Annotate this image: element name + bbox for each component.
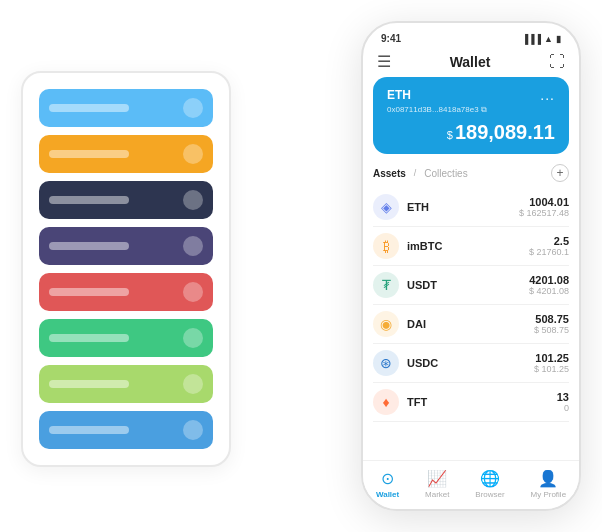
asset-row-tft[interactable]: ♦TFT130 bbox=[373, 383, 569, 422]
asset-amounts-tft: 130 bbox=[557, 391, 569, 413]
phone-content: ETH ... 0x08711d3B...8418a78e3 ⧉ $189,08… bbox=[363, 77, 579, 460]
asset-usd-amount: $ 21760.1 bbox=[529, 247, 569, 257]
battery-icon: ▮ bbox=[556, 34, 561, 44]
tab-slash: / bbox=[414, 168, 417, 179]
stack-card-4[interactable] bbox=[39, 273, 213, 311]
wifi-icon: ▲ bbox=[544, 34, 553, 44]
asset-amounts-dai: 508.75$ 508.75 bbox=[534, 313, 569, 335]
asset-name-imbtc: imBTC bbox=[407, 240, 529, 252]
stack-card-icon-1 bbox=[183, 144, 203, 164]
stack-card-label-6 bbox=[49, 380, 129, 388]
asset-amounts-imbtc: 2.5$ 21760.1 bbox=[529, 235, 569, 257]
browser-tab-label: Browser bbox=[475, 490, 504, 499]
stack-card-0[interactable] bbox=[39, 89, 213, 127]
asset-name-usdt: USDT bbox=[407, 279, 529, 291]
stack-card-label-3 bbox=[49, 242, 129, 250]
nav-bar: ☰ Wallet ⛶ bbox=[363, 48, 579, 77]
wallet-tab-label: Wallet bbox=[376, 490, 399, 499]
assets-header: Assets / Collecties + bbox=[373, 164, 569, 182]
signal-icon: ▐▐▐ bbox=[522, 34, 541, 44]
asset-usd-amount: 0 bbox=[557, 403, 569, 413]
wallet-tab-icon: ⊙ bbox=[381, 469, 394, 488]
stack-card-icon-7 bbox=[183, 420, 203, 440]
status-icons: ▐▐▐ ▲ ▮ bbox=[522, 34, 561, 44]
browser-tab-icon: 🌐 bbox=[480, 469, 500, 488]
eth-card-address: 0x08711d3B...8418a78e3 ⧉ bbox=[387, 105, 555, 115]
asset-row-imbtc[interactable]: ₿imBTC2.5$ 21760.1 bbox=[373, 227, 569, 266]
tab-assets[interactable]: Assets bbox=[373, 168, 406, 179]
asset-amounts-usdt: 4201.08$ 4201.08 bbox=[529, 274, 569, 296]
scene: 9:41 ▐▐▐ ▲ ▮ ☰ Wallet ⛶ ETH ... 0x08711d bbox=[21, 21, 581, 511]
stack-card-label-7 bbox=[49, 426, 129, 434]
copy-icon[interactable]: ⧉ bbox=[481, 105, 487, 114]
asset-icon-usdc: ⊛ bbox=[373, 350, 399, 376]
eth-card[interactable]: ETH ... 0x08711d3B...8418a78e3 ⧉ $189,08… bbox=[373, 77, 569, 154]
asset-main-amount: 1004.01 bbox=[519, 196, 569, 208]
asset-name-eth: ETH bbox=[407, 201, 519, 213]
dollar-sign: $ bbox=[447, 129, 453, 141]
asset-row-usdc[interactable]: ⊛USDC101.25$ 101.25 bbox=[373, 344, 569, 383]
stack-card-2[interactable] bbox=[39, 181, 213, 219]
eth-card-top: ETH ... bbox=[387, 87, 555, 103]
tab-wallet[interactable]: ⊙ Wallet bbox=[376, 469, 399, 499]
page-title: Wallet bbox=[450, 54, 491, 70]
stack-card-label-5 bbox=[49, 334, 129, 342]
asset-main-amount: 101.25 bbox=[534, 352, 569, 364]
asset-main-amount: 4201.08 bbox=[529, 274, 569, 286]
eth-card-dots[interactable]: ... bbox=[540, 87, 555, 103]
add-asset-button[interactable]: + bbox=[551, 164, 569, 182]
asset-name-usdc: USDC bbox=[407, 357, 534, 369]
stack-card-1[interactable] bbox=[39, 135, 213, 173]
stack-card-label-0 bbox=[49, 104, 129, 112]
tab-bar: ⊙ Wallet 📈 Market 🌐 Browser 👤 My Profile bbox=[363, 460, 579, 509]
asset-usd-amount: $ 4201.08 bbox=[529, 286, 569, 296]
asset-icon-imbtc: ₿ bbox=[373, 233, 399, 259]
asset-main-amount: 2.5 bbox=[529, 235, 569, 247]
asset-icon-eth: ◈ bbox=[373, 194, 399, 220]
expand-icon[interactable]: ⛶ bbox=[549, 53, 565, 71]
asset-row-dai[interactable]: ◉DAI508.75$ 508.75 bbox=[373, 305, 569, 344]
phone: 9:41 ▐▐▐ ▲ ▮ ☰ Wallet ⛶ ETH ... 0x08711d bbox=[361, 21, 581, 511]
menu-icon[interactable]: ☰ bbox=[377, 52, 391, 71]
profile-tab-label: My Profile bbox=[531, 490, 567, 499]
stack-card-icon-6 bbox=[183, 374, 203, 394]
stack-card-icon-4 bbox=[183, 282, 203, 302]
stack-card-icon-5 bbox=[183, 328, 203, 348]
tab-browser[interactable]: 🌐 Browser bbox=[475, 469, 504, 499]
status-bar: 9:41 ▐▐▐ ▲ ▮ bbox=[363, 23, 579, 48]
asset-amounts-usdc: 101.25$ 101.25 bbox=[534, 352, 569, 374]
stack-card-3[interactable] bbox=[39, 227, 213, 265]
stack-card-label-4 bbox=[49, 288, 129, 296]
market-tab-icon: 📈 bbox=[427, 469, 447, 488]
stack-card-7[interactable] bbox=[39, 411, 213, 449]
asset-usd-amount: $ 101.25 bbox=[534, 364, 569, 374]
asset-amounts-eth: 1004.01$ 162517.48 bbox=[519, 196, 569, 218]
asset-row-eth[interactable]: ◈ETH1004.01$ 162517.48 bbox=[373, 188, 569, 227]
stack-card-icon-0 bbox=[183, 98, 203, 118]
assets-tabs: Assets / Collecties bbox=[373, 168, 468, 179]
stack-card-5[interactable] bbox=[39, 319, 213, 357]
asset-usd-amount: $ 508.75 bbox=[534, 325, 569, 335]
tab-market[interactable]: 📈 Market bbox=[425, 469, 449, 499]
asset-name-dai: DAI bbox=[407, 318, 534, 330]
tab-collecties[interactable]: Collecties bbox=[424, 168, 467, 179]
eth-card-amount: $189,089.11 bbox=[387, 121, 555, 144]
asset-icon-usdt: ₮ bbox=[373, 272, 399, 298]
profile-tab-icon: 👤 bbox=[538, 469, 558, 488]
card-stack bbox=[21, 71, 231, 467]
stack-card-icon-2 bbox=[183, 190, 203, 210]
asset-row-usdt[interactable]: ₮USDT4201.08$ 4201.08 bbox=[373, 266, 569, 305]
asset-usd-amount: $ 162517.48 bbox=[519, 208, 569, 218]
stack-card-icon-3 bbox=[183, 236, 203, 256]
asset-icon-dai: ◉ bbox=[373, 311, 399, 337]
eth-card-symbol: ETH bbox=[387, 88, 411, 102]
market-tab-label: Market bbox=[425, 490, 449, 499]
status-time: 9:41 bbox=[381, 33, 401, 44]
asset-icon-tft: ♦ bbox=[373, 389, 399, 415]
asset-list: ◈ETH1004.01$ 162517.48₿imBTC2.5$ 21760.1… bbox=[373, 188, 569, 422]
tab-profile[interactable]: 👤 My Profile bbox=[531, 469, 567, 499]
stack-card-6[interactable] bbox=[39, 365, 213, 403]
asset-name-tft: TFT bbox=[407, 396, 557, 408]
stack-card-label-2 bbox=[49, 196, 129, 204]
asset-main-amount: 13 bbox=[557, 391, 569, 403]
